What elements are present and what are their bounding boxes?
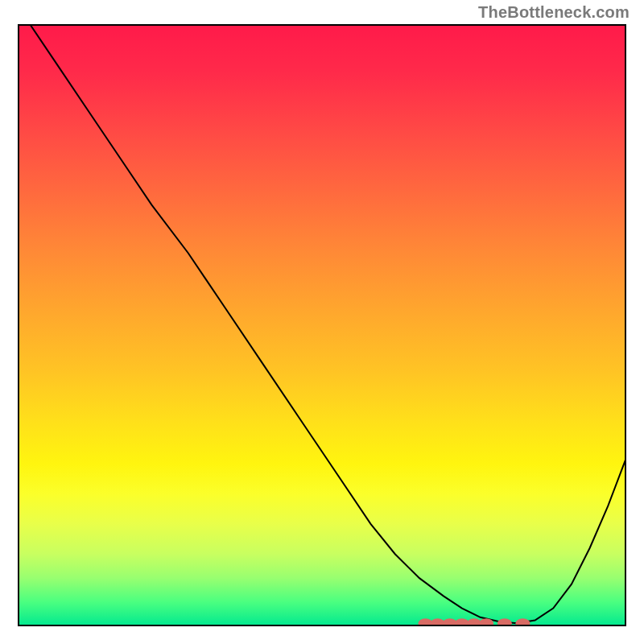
marker-dot (479, 618, 493, 626)
watermark-text: TheBottleneck.com (478, 3, 630, 22)
marker-dot (497, 618, 512, 626)
data-markers (18, 24, 626, 626)
chart-plot-area (18, 24, 626, 626)
marker-dot (515, 618, 530, 626)
